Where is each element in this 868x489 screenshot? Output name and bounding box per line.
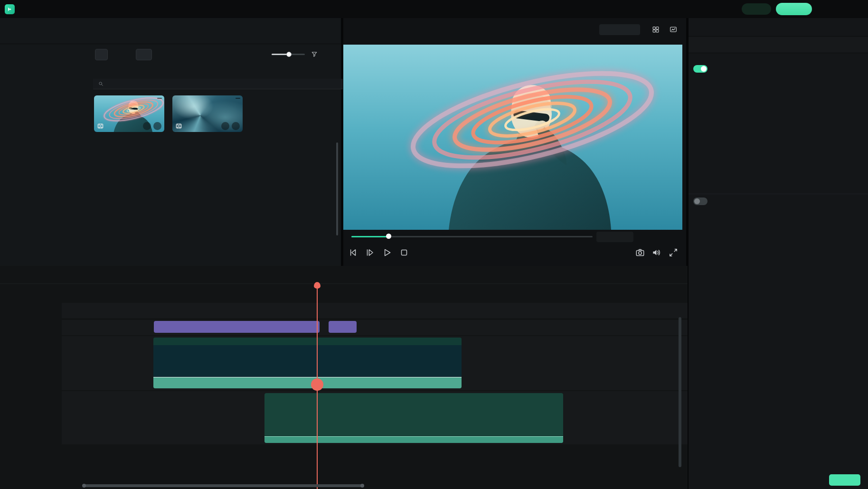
video-clip-icon — [97, 122, 104, 130]
card-settings-icon[interactable] — [221, 122, 229, 130]
filmora-window — [0, 0, 868, 489]
volume-icon[interactable] — [651, 247, 662, 258]
fullscreen-icon[interactable] — [668, 247, 679, 258]
timeline-toolbar — [0, 266, 688, 284]
previous-frame-button[interactable] — [348, 247, 358, 258]
timeline-horizontal-scrollbar[interactable] — [83, 484, 363, 487]
comment-bubble[interactable] — [154, 321, 320, 333]
video-clip-header — [153, 338, 462, 345]
title-bar — [0, 0, 868, 18]
quality-dropdown[interactable] — [599, 24, 640, 35]
transform-toggle[interactable] — [693, 65, 708, 73]
property-subtabs — [689, 36, 868, 53]
timeline-vertical-scrollbar[interactable] — [679, 317, 681, 467]
app-logo-icon — [5, 4, 15, 14]
transform-header — [693, 63, 863, 75]
step-frame-button[interactable] — [365, 247, 375, 258]
video-preview[interactable] — [343, 45, 682, 230]
preview-frame-art — [343, 45, 682, 230]
snapshot-icon[interactable] — [635, 247, 645, 258]
media-panel — [0, 18, 341, 266]
properties-panel — [689, 18, 868, 489]
thumbnail-size-slider[interactable] — [272, 54, 305, 55]
timeline-audio-clip[interactable] — [264, 393, 563, 443]
media-card-video[interactable] — [94, 95, 164, 132]
player-panel — [343, 18, 686, 266]
stop-button[interactable] — [399, 247, 409, 258]
playhead-handle[interactable] — [314, 282, 321, 289]
search-bar[interactable] — [93, 79, 343, 89]
compositing-header — [693, 195, 863, 207]
card-settings-icon[interactable] — [143, 122, 151, 130]
video-clip-waveform — [153, 377, 462, 388]
seek-bar-fill — [351, 236, 388, 237]
audio-volume-band[interactable] — [264, 436, 563, 443]
card-add-icon[interactable] — [232, 122, 240, 130]
video-clip-icon — [175, 122, 182, 130]
record-dropdown[interactable] — [136, 49, 152, 60]
seek-handle[interactable] — [386, 234, 391, 239]
selector-dropdown[interactable] — [95, 49, 108, 60]
video-clip-filmstrip — [153, 345, 462, 377]
play-button[interactable] — [382, 247, 392, 258]
login-button[interactable] — [742, 3, 771, 15]
compositing-toggle[interactable] — [693, 197, 708, 205]
layout-grid-icon[interactable] — [651, 25, 660, 34]
media-toolbar — [93, 45, 337, 64]
export-button[interactable] — [776, 3, 812, 15]
audio-waveform — [264, 400, 563, 435]
playhead-split-button[interactable] — [311, 378, 323, 391]
media-card-texture[interactable] — [172, 95, 243, 132]
search-icon — [98, 81, 104, 87]
timeline-panel — [0, 266, 688, 489]
scopes-icon[interactable] — [669, 25, 678, 34]
filter-funnel-icon[interactable] — [311, 50, 318, 58]
comment-bubble[interactable] — [329, 321, 357, 333]
media-scrollbar[interactable] — [336, 142, 338, 235]
duration-badge — [157, 98, 162, 99]
timeline-video-clip[interactable] — [153, 338, 462, 388]
timeline-ruler[interactable] — [52, 283, 688, 298]
track-lane[interactable] — [62, 303, 688, 318]
track-headers — [0, 298, 62, 489]
duration-badge — [236, 98, 240, 99]
card-add-icon[interactable] — [153, 122, 161, 130]
advance-button[interactable] — [829, 474, 860, 486]
current-timecode — [596, 232, 633, 242]
